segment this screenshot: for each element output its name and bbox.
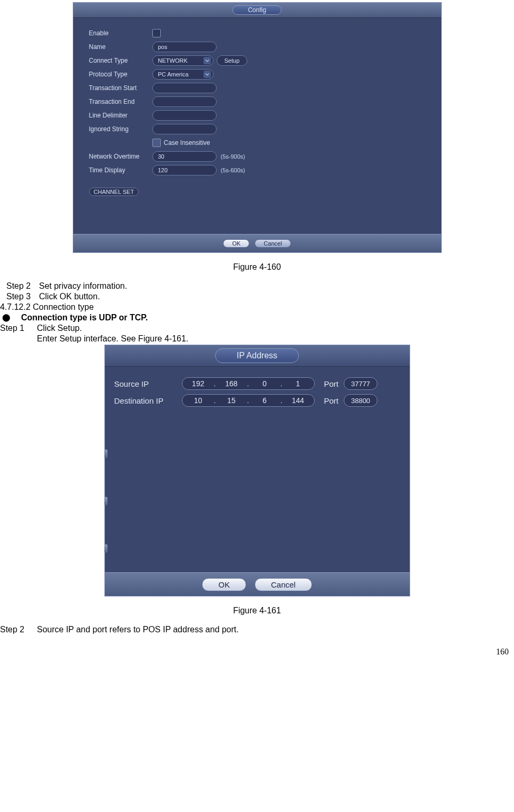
transaction-start-input[interactable] xyxy=(152,83,217,93)
line-delimiter-input[interactable] xyxy=(152,110,217,121)
line-delimiter-label: Line Delimiter xyxy=(89,112,152,119)
protocol-type-select[interactable]: PC America xyxy=(152,69,214,80)
page-number: 160 xyxy=(496,647,509,657)
destination-ip-label: Destination IP xyxy=(114,396,182,405)
doc-step-1-mid: Step 1Click Setup. xyxy=(0,324,514,333)
name-label: Name xyxy=(89,43,152,51)
connect-type-label: Connect Type xyxy=(89,57,152,64)
setup-button[interactable]: Setup xyxy=(217,55,248,66)
doc-bullet-1: ⬤ Connection type is UDP or TCP. xyxy=(0,313,514,322)
ip-octet: 10 xyxy=(188,396,208,405)
connect-type-select[interactable]: NETWORK xyxy=(152,55,214,66)
enable-checkbox[interactable] xyxy=(152,29,161,37)
ip-body: Source IP 192. 168. 0. 1 Port 37777 Dest… xyxy=(105,367,410,572)
name-input[interactable]: pos xyxy=(152,42,217,52)
protocol-type-label: Protocol Type xyxy=(89,71,152,78)
source-port-input[interactable]: 37777 xyxy=(344,377,377,390)
cancel-button[interactable]: Cancel xyxy=(255,578,312,591)
doc-step-1-mid-cont: Enter Setup interface. See Figure 4-161. xyxy=(37,334,514,344)
doc-subsection: 4.7.12.2 Connection type xyxy=(0,302,514,312)
figure-caption-161: Figure 4-161 xyxy=(0,606,514,615)
transaction-end-input[interactable] xyxy=(152,96,217,107)
ignored-string-input[interactable] xyxy=(152,124,217,134)
ignored-string-label: Ignored String xyxy=(89,125,152,133)
ip-octet: 168 xyxy=(221,379,241,388)
ok-button[interactable]: OK xyxy=(202,578,246,591)
ip-address-dialog: IP Address Source IP 192. 168. 0. 1 Port… xyxy=(104,345,410,596)
case-insensitive-checkbox[interactable] xyxy=(152,139,161,147)
doc-step-2: Step 2Set privacy information. xyxy=(6,281,514,291)
case-insensitive-label: Case Insensitive xyxy=(164,139,210,146)
side-marks xyxy=(104,430,108,572)
bullet-icon: ⬤ xyxy=(0,313,21,322)
ip-octet: 192 xyxy=(188,379,208,388)
cancel-button[interactable]: Cancel xyxy=(255,239,290,248)
ip-octet: 1 xyxy=(288,379,308,388)
ok-button[interactable]: OK xyxy=(223,239,249,248)
ip-octet: 144 xyxy=(288,396,308,405)
ip-title: IP Address xyxy=(215,348,299,363)
ip-octet: 0 xyxy=(255,379,275,388)
destination-port-input[interactable]: 38800 xyxy=(344,394,377,407)
figure-caption-160: Figure 4-160 xyxy=(0,262,514,272)
config-footer: OK Cancel xyxy=(73,234,441,252)
network-overtime-label: Network Overtime xyxy=(89,153,152,160)
source-port-label: Port xyxy=(324,379,339,388)
channel-set-button[interactable]: CHANNEL SET xyxy=(89,188,139,196)
ip-footer: OK Cancel xyxy=(105,572,410,596)
config-title: Config xyxy=(232,5,282,15)
config-titlebar: Config xyxy=(73,3,441,18)
transaction-start-label: Transaction Start xyxy=(89,84,152,92)
protocol-type-value: PC America xyxy=(158,71,189,77)
ip-octet: 6 xyxy=(255,396,275,405)
source-ip-input[interactable]: 192. 168. 0. 1 xyxy=(182,377,315,390)
config-body: Enable Name pos Connect Type NETWORK xyxy=(73,18,441,234)
connect-type-value: NETWORK xyxy=(158,57,188,64)
transaction-end-label: Transaction End xyxy=(89,98,152,105)
doc-step-3: Step 3Click OK button. xyxy=(6,292,514,301)
doc-step-2-bot: Step 2Source IP and port refers to POS I… xyxy=(0,625,514,634)
ip-titlebar: IP Address xyxy=(105,345,410,367)
network-overtime-hint: (5s-900s) xyxy=(221,153,245,160)
ip-octet: 15 xyxy=(221,396,241,405)
time-display-hint: (5s-600s) xyxy=(221,167,245,173)
destination-port-label: Port xyxy=(324,396,339,405)
time-display-input[interactable]: 120 xyxy=(152,165,217,175)
destination-ip-input[interactable]: 10. 15. 6. 144 xyxy=(182,394,315,407)
chevron-down-icon xyxy=(203,57,211,64)
network-overtime-input[interactable]: 30 xyxy=(152,151,217,162)
source-ip-label: Source IP xyxy=(114,379,182,388)
config-dialog: Config Enable Name pos Connect Type NETW… xyxy=(73,2,442,253)
time-display-label: Time Display xyxy=(89,167,152,174)
chevron-down-icon xyxy=(203,71,211,78)
enable-label: Enable xyxy=(89,30,152,37)
